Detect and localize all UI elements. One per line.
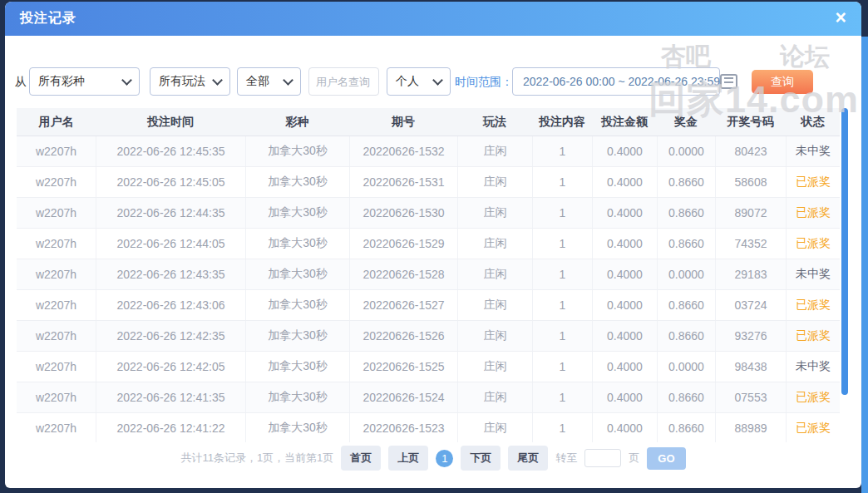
play-method-select[interactable]: 所有玩法 <box>150 67 230 96</box>
play-method-select-value: 所有玩法 <box>159 74 205 89</box>
status-filter-select-value: 全部 <box>246 74 269 89</box>
table-cell: 1 <box>532 198 592 228</box>
table-cell: 0.4000 <box>592 229 657 259</box>
page-unit-label: 页 <box>629 451 639 466</box>
table-cell: 20220626-1527 <box>349 290 457 320</box>
last-page-button[interactable]: 尾页 <box>508 446 548 471</box>
column-header: 玩法 <box>457 108 532 136</box>
table-cell: 加拿大30秒 <box>245 352 349 382</box>
table-cell: 1 <box>532 382 592 412</box>
table-scrollbar[interactable] <box>841 108 848 441</box>
table-row: w2207h2022-06-26 12:44:35加拿大30秒20220626-… <box>17 198 840 229</box>
table-cell: 0.8660 <box>657 321 715 351</box>
table-cell: 庄闲 <box>457 382 532 412</box>
goto-page-input[interactable] <box>584 449 621 467</box>
table-cell: 加拿大30秒 <box>245 321 349 351</box>
table-cell: 1 <box>532 259 592 289</box>
page-scrollbar[interactable] <box>861 37 868 493</box>
go-button[interactable]: GO <box>647 447 685 470</box>
table-cell: 2022-06-26 12:43:35 <box>96 259 245 289</box>
next-page-button[interactable]: 下页 <box>461 446 501 471</box>
table-row: w2207h2022-06-26 12:43:35加拿大30秒20220626-… <box>17 259 840 290</box>
table-cell: 98438 <box>715 352 786 382</box>
table-cell: 2022-06-26 12:43:06 <box>96 290 245 320</box>
table-cell: w2207h <box>17 321 96 351</box>
table-cell: 1 <box>532 321 592 351</box>
chevron-down-icon <box>212 75 223 86</box>
table-body: w2207h2022-06-26 12:45:35加拿大30秒20220626-… <box>17 136 840 442</box>
table-cell: 0.0000 <box>657 136 715 166</box>
table-row: w2207h2022-06-26 12:41:35加拿大30秒20220626-… <box>17 382 840 413</box>
modal-header: 投注记录 × <box>5 2 861 36</box>
time-range-label: 时间范围： <box>455 67 513 96</box>
query-button[interactable]: 查询 <box>752 70 813 94</box>
table-cell: 20220626-1528 <box>349 259 457 289</box>
close-icon[interactable]: × <box>836 8 846 27</box>
status-cell: 已派奖 <box>786 198 840 228</box>
table-cell: 0.8660 <box>657 167 715 197</box>
table-cell: 58608 <box>715 167 786 197</box>
table-cell: 03724 <box>715 290 786 320</box>
column-header: 投注时间 <box>96 108 245 136</box>
table-cell: 07553 <box>715 382 786 412</box>
table-cell: 0.4000 <box>592 167 657 197</box>
table-cell: 2022-06-26 12:41:35 <box>96 382 245 412</box>
table-cell: 1 <box>532 290 592 320</box>
table-cell: 0.0000 <box>657 352 715 382</box>
table-cell: 加拿大30秒 <box>245 413 349 442</box>
table-cell: w2207h <box>17 382 96 412</box>
table-cell: 0.8660 <box>657 229 715 259</box>
column-header: 投注金额 <box>592 108 657 136</box>
table-cell: 0.4000 <box>592 321 657 351</box>
table-cell: 74352 <box>715 229 786 259</box>
table-cell: 0.4000 <box>592 352 657 382</box>
table-cell: w2207h <box>17 198 96 228</box>
status-filter-select[interactable]: 全部 <box>237 67 301 96</box>
calendar-icon[interactable] <box>720 74 737 89</box>
table-cell: 庄闲 <box>457 413 532 442</box>
chevron-down-icon <box>432 75 443 86</box>
column-header: 用户名 <box>17 108 96 136</box>
pagination-bar: 共计11条记录，1页，当前第1页 首页 上页 1 下页 尾页 转至 页 GO <box>5 446 861 471</box>
prev-page-button[interactable]: 上页 <box>388 446 428 471</box>
table-cell: 1 <box>532 229 592 259</box>
current-page-badge[interactable]: 1 <box>436 450 453 467</box>
table-cell: 0.8660 <box>657 382 715 412</box>
table-cell: 1 <box>532 167 592 197</box>
table-cell: 2022-06-26 12:45:05 <box>96 167 245 197</box>
status-cell: 已派奖 <box>786 413 840 442</box>
table-row: w2207h2022-06-26 12:42:05加拿大30秒20220626-… <box>17 352 840 382</box>
table-row: w2207h2022-06-26 12:45:35加拿大30秒20220626-… <box>17 136 840 167</box>
table-cell: 2022-06-26 12:45:35 <box>96 136 245 166</box>
scope-select[interactable]: 个人 <box>387 67 451 96</box>
table-cell: 加拿大30秒 <box>245 167 349 197</box>
records-table: 用户名投注时间彩种期号玩法投注内容投注金额奖金开奖号码状态 w2207h2022… <box>17 108 840 442</box>
status-cell: 已派奖 <box>786 382 840 412</box>
modal-title: 投注记录 <box>20 10 76 27</box>
chevron-down-icon <box>283 75 293 86</box>
column-header: 状态 <box>786 108 840 136</box>
column-header: 彩种 <box>245 108 349 136</box>
table-cell: w2207h <box>17 136 96 166</box>
date-range-input[interactable]: 2022-06-26 00:00 ~ 2022-06-26 23:59 <box>512 67 720 96</box>
table-cell: 80423 <box>715 136 786 166</box>
table-row: w2207h2022-06-26 12:44:05加拿大30秒20220626-… <box>17 229 840 259</box>
table-cell: 20220626-1530 <box>349 198 457 228</box>
column-header: 奖金 <box>657 108 715 136</box>
table-cell: 2022-06-26 12:44:05 <box>96 229 245 259</box>
first-page-button[interactable]: 首页 <box>341 446 381 471</box>
table-cell: w2207h <box>17 413 96 442</box>
table-cell: 29183 <box>715 259 786 289</box>
lottery-type-select[interactable]: 所有彩种 <box>29 67 140 96</box>
table-cell: w2207h <box>17 352 96 382</box>
username-search-input[interactable] <box>308 67 379 96</box>
table-scrollbar-thumb[interactable] <box>841 108 848 395</box>
table-cell: 20220626-1525 <box>349 352 457 382</box>
lottery-type-select-value: 所有彩种 <box>38 74 85 89</box>
table-cell: 加拿大30秒 <box>245 259 349 289</box>
table-cell: 庄闲 <box>457 136 532 166</box>
table-cell: 20220626-1523 <box>349 413 457 442</box>
table-cell: 庄闲 <box>457 290 532 320</box>
table-cell: 20220626-1532 <box>349 136 457 166</box>
table-cell: 加拿大30秒 <box>245 229 349 259</box>
